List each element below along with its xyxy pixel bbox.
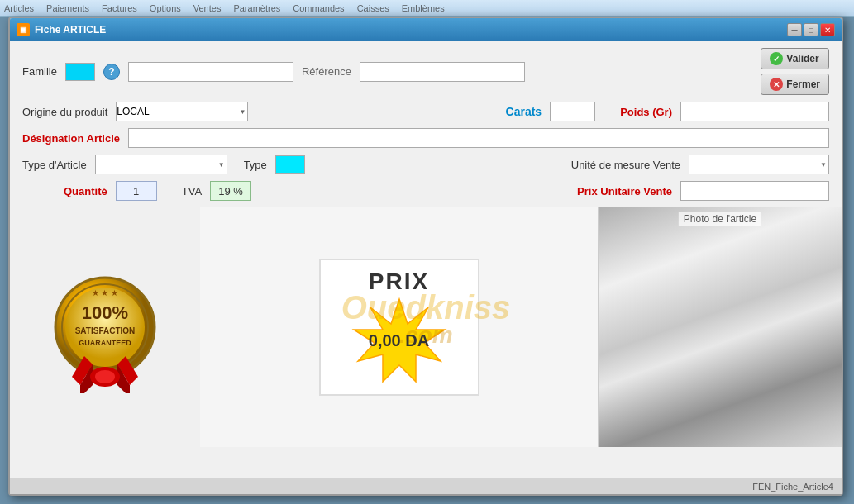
svg-text:100%: 100%: [82, 302, 128, 323]
tva-value: 19 %: [210, 181, 251, 201]
prix-unitaire-input[interactable]: [680, 181, 829, 201]
valider-button[interactable]: ✓ Valider: [761, 48, 829, 69]
famille-color-swatch[interactable]: [65, 63, 95, 81]
type-article-select[interactable]: [95, 155, 227, 174]
origine-label: Origine du produit: [22, 106, 107, 118]
close-button[interactable]: ✕: [820, 23, 835, 36]
menu-commandes[interactable]: Commandes: [293, 3, 344, 13]
famille-input[interactable]: [128, 62, 293, 82]
unite-select[interactable]: [689, 155, 829, 174]
designation-input[interactable]: [128, 128, 829, 148]
menu-ventes[interactable]: Ventes: [193, 3, 222, 13]
top-menu-bar: Articles Paiements Factures Options Vent…: [0, 0, 854, 17]
dialog-icon: ▣: [17, 23, 30, 36]
menu-emblemes[interactable]: Emblèmes: [402, 3, 445, 13]
menu-caisses[interactable]: Caisses: [357, 3, 389, 13]
svg-text:★ ★ ★: ★ ★ ★: [92, 288, 119, 297]
type-article-select-wrapper: [95, 155, 227, 174]
photo-area: Photo de l'article: [598, 207, 842, 447]
fermer-icon: ✕: [770, 78, 783, 91]
form-area: Famille ? Référence ✓ Valider ✕ Fermer O…: [10, 41, 842, 201]
svg-text:SATISFACTION: SATISFACTION: [75, 326, 136, 335]
row-origine: Origine du produit LOCAL IMPORTÉ Carats …: [22, 102, 829, 121]
valider-label: Valider: [786, 53, 818, 64]
carats-label: Carats: [506, 105, 542, 118]
prix-burst: 0,00 DA: [337, 295, 461, 386]
bottom-section: Ouedkniss .com: [10, 207, 842, 447]
row-famille: Famille ? Référence ✓ Valider ✕ Fermer: [22, 48, 829, 95]
minimize-button[interactable]: ─: [787, 23, 802, 36]
photo-label: Photo de l'article: [679, 212, 761, 226]
row-designation: Désignation Article: [22, 128, 829, 148]
prix-amount: 0,00 DA: [369, 331, 429, 350]
quantite-value: 1: [116, 181, 157, 201]
poids-input[interactable]: [680, 102, 829, 121]
designation-label: Désignation Article: [22, 132, 120, 145]
reference-input[interactable]: [360, 62, 525, 82]
menu-articles[interactable]: Articles: [4, 3, 34, 13]
menu-parametres[interactable]: Paramètres: [233, 3, 280, 13]
fermer-label: Fermer: [786, 78, 820, 90]
reference-label: Référence: [302, 65, 351, 78]
status-text: FEN_Fiche_Article4: [752, 482, 833, 492]
origine-select[interactable]: LOCAL IMPORTÉ: [116, 102, 248, 121]
menu-paiements[interactable]: Paiements: [46, 3, 89, 13]
row-quantite: Quantité 1 TVA 19 % Prix Unitaire Vente: [22, 181, 829, 201]
medal-area: ★ ★ ★ 100% SATISFACTION GUARANTEED: [10, 207, 200, 447]
unite-label: Unité de mesure Vente: [571, 159, 680, 171]
svg-point-12: [95, 370, 115, 383]
svg-text:GUARANTEED: GUARANTEED: [79, 339, 131, 347]
dialog-title: Fiche ARTICLE: [35, 24, 106, 36]
carats-input[interactable]: [550, 102, 595, 121]
satisfaction-medal: ★ ★ ★ 100% SATISFACTION GUARANTEED: [47, 261, 163, 393]
menu-options[interactable]: Options: [150, 3, 181, 13]
restore-button[interactable]: □: [804, 23, 818, 36]
row-type-article: Type d'Article Type Unité de mesure Vent…: [22, 155, 829, 174]
help-icon[interactable]: ?: [103, 64, 120, 80]
tva-label: TVA: [182, 185, 202, 197]
dialog-fiche-article: ▣ Fiche ARTICLE ─ □ ✕ Famille ? Référenc…: [8, 17, 843, 496]
type-color-swatch[interactable]: [275, 155, 305, 174]
title-bar-text: ▣ Fiche ARTICLE: [17, 23, 106, 36]
unite-select-wrapper: [689, 155, 829, 174]
menu-factures[interactable]: Factures: [102, 3, 137, 13]
quantite-label: Quantité: [64, 185, 107, 197]
fermer-button[interactable]: ✕ Fermer: [761, 74, 829, 95]
prix-container: PRIX 0,00 DA: [319, 259, 479, 396]
status-bar: FEN_Fiche_Article4: [10, 478, 842, 494]
title-bar: ▣ Fiche ARTICLE ─ □ ✕: [10, 18, 842, 41]
prix-unitaire-label: Prix Unitaire Vente: [577, 185, 672, 197]
type-article-label: Type d'Article: [22, 159, 87, 171]
famille-label: Famille: [22, 65, 57, 78]
poids-label: Poids (Gr): [620, 106, 672, 118]
origine-select-wrapper: LOCAL IMPORTÉ: [116, 102, 248, 121]
prix-area: PRIX 0,00 DA: [200, 207, 598, 447]
title-bar-controls: ─ □ ✕: [787, 23, 835, 36]
type-label: Type: [244, 159, 267, 171]
valider-icon: ✓: [770, 52, 783, 65]
prix-title: PRIX: [369, 269, 429, 295]
